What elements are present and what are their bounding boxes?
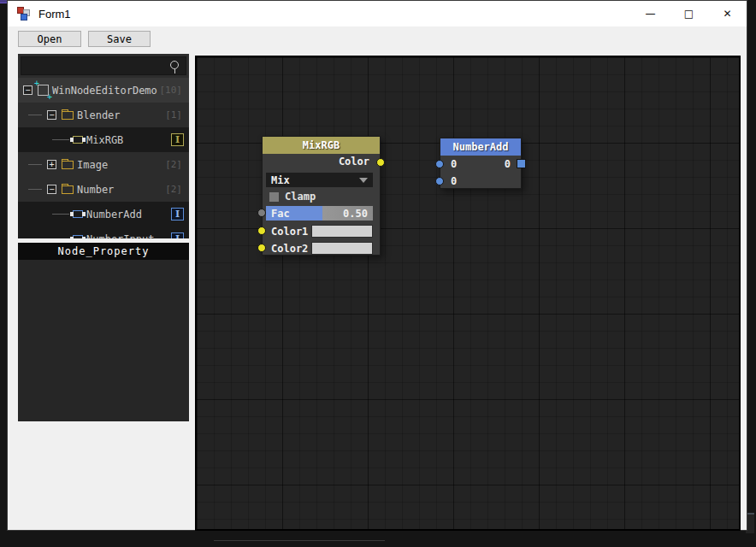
close-button[interactable]: ✕ [708,1,747,26]
tree-item-number[interactable]: − Number [2] [18,177,189,202]
node-tree: − WinNodeEditorDemo [10] − Blender [1] M… [18,78,189,238]
tree-item-label: MixRGB [86,134,123,146]
folder-icon [62,161,74,169]
node-type-icon: I [171,208,184,221]
folder-icon [62,185,74,194]
item-count-badge: [2] [165,159,182,170]
mixrgb-output-label: Color [263,156,380,169]
node-icon [73,235,83,238]
blend-mode-value: Mix [271,174,290,186]
tree-search [18,54,189,78]
node-numberadd-header[interactable]: NumberAdd [440,138,521,156]
collapse-icon[interactable]: − [47,185,56,194]
tree-item-label: NumberInput [86,233,154,239]
node-mixrgb-header[interactable]: MixRGB [263,137,380,154]
node-type-icon: I [171,133,184,146]
fac-input-socket[interactable] [257,209,266,217]
app-icon [17,7,31,21]
clamp-checkbox[interactable] [269,192,279,202]
numberadd-input1-value: 0 [451,158,457,170]
color2-input-socket[interactable] [257,244,266,252]
numberadd-input2-value: 0 [451,175,457,187]
tree-item-label: Image [77,159,108,171]
color-output-socket[interactable] [376,158,385,167]
window-title: Form1 [38,8,71,21]
tree-item-numberinput[interactable]: NumberInput I [18,226,189,238]
fac-label: Fac [266,208,290,220]
node-library-panel: − WinNodeEditorDemo [10] − Blender [1] M… [18,54,189,238]
numberadd-row1: 0 0 [440,156,521,173]
property-panel-body [18,260,189,421]
color1-swatch[interactable] [311,225,373,238]
node-numberadd[interactable]: NumberAdd 0 0 0 [440,138,522,189]
minimize-button[interactable]: — [631,1,670,26]
desktop-divider-line [214,540,385,541]
color2-row: Color2 [271,241,373,256]
form-window: Form1 — □ ✕ Open Save − WinNodeEditorDem… [7,0,747,531]
node-mixrgb[interactable]: MixRGB Color Mix Clamp Fac 0.50 Color1 C… [262,136,381,256]
tree-item-label: Blender [77,109,121,121]
node-icon [73,136,83,144]
item-count-badge: [10] [160,85,183,96]
save-button[interactable]: Save [88,31,151,47]
tree-item-mixrgb[interactable]: MixRGB I [18,127,189,152]
maximize-button[interactable]: □ [670,1,708,26]
numberadd-input1-socket[interactable] [435,160,444,168]
clamp-row: Clamp [269,191,316,203]
numberadd-input2-socket[interactable] [435,177,444,185]
window-titlebar[interactable]: Form1 — □ ✕ [8,1,747,26]
chevron-down-icon [359,178,368,183]
item-count-badge: [1] [165,109,182,121]
clamp-label: Clamp [285,191,316,203]
tree-search-input[interactable] [21,56,186,75]
tree-item-winnodeeditordemo[interactable]: − WinNodeEditorDemo [10] [18,78,189,103]
open-button[interactable]: Open [18,31,81,47]
folder-icon [62,111,74,120]
item-count-badge: [2] [165,184,182,195]
collapse-icon[interactable]: − [23,85,32,95]
property-panel-header: Node_Property [18,243,189,260]
tree-item-numberadd[interactable]: NumberAdd I [18,202,189,226]
numberadd-output-value: 0 [505,158,511,170]
expand-icon[interactable]: + [47,160,56,169]
tree-item-label: NumberAdd [86,209,142,221]
search-icon [170,61,179,69]
color1-label: Color1 [271,226,308,238]
color1-input-socket[interactable] [257,226,266,235]
tree-item-image[interactable]: + Image [2] [18,152,189,177]
color2-label: Color2 [271,243,308,255]
node-icon [73,210,83,218]
color2-swatch[interactable] [311,242,373,255]
project-icon [38,85,49,96]
numberadd-output-socket[interactable] [517,159,526,168]
node-type-icon: I [171,232,184,238]
tree-item-label: Number [77,184,114,196]
fac-value: 0.50 [343,208,373,220]
fac-slider[interactable]: Fac 0.50 [266,206,373,221]
numberadd-row2: 0 [440,173,521,190]
color1-row: Color1 [271,224,373,238]
blend-mode-dropdown[interactable]: Mix [266,173,373,187]
collapse-icon[interactable]: − [47,110,56,120]
tree-item-blender[interactable]: − Blender [1] [18,103,189,127]
node-canvas[interactable]: MixRGB Color Mix Clamp Fac 0.50 Color1 C… [195,56,741,531]
tree-item-label: WinNodeEditorDemo [52,85,157,97]
